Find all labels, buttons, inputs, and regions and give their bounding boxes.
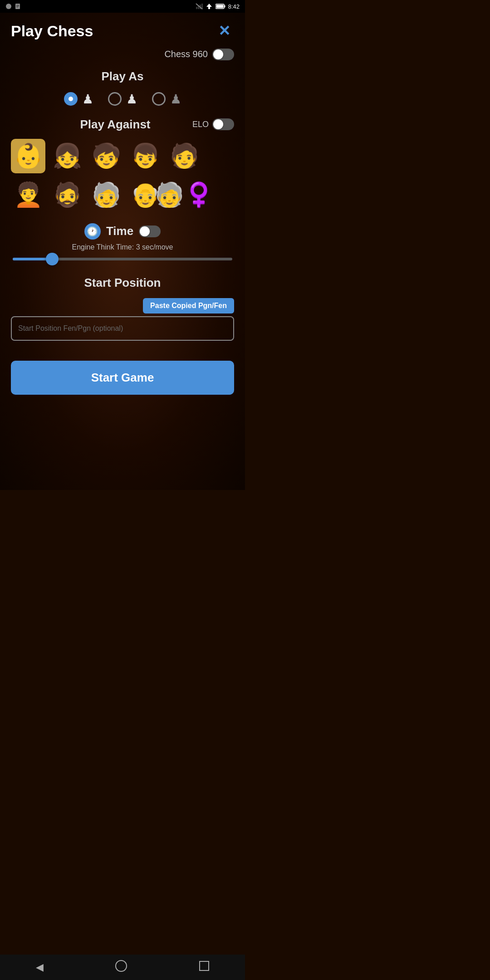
paste-button[interactable]: Paste Copied Pgn/Fen [143, 298, 234, 314]
chess960-label: Chess 960 [164, 49, 208, 59]
elo-toggle-thumb [213, 119, 223, 129]
status-bar-right: 8:42 [196, 3, 240, 10]
slider-thumb[interactable] [46, 253, 59, 265]
opponent-6[interactable]: 🧔 [50, 178, 84, 212]
elo-toggle[interactable] [212, 118, 234, 130]
opponent-grid: 👶 👧 🧒 👦 🧑 🧑‍🦱 🧔 🧓 👴 🧓‍♀️ [11, 139, 234, 212]
svg-point-0 [6, 4, 11, 9]
clock-icon: 🕐 [84, 223, 101, 240]
opponent-9[interactable]: 🧓‍♀️ [167, 178, 201, 212]
play-as-black[interactable]: ♟ [152, 92, 181, 107]
svg-rect-4 [16, 7, 18, 7]
time-display: 8:42 [228, 3, 240, 10]
piece-white: ♟ [82, 92, 93, 107]
elo-label: ELO [192, 120, 209, 129]
header: Play Chess ✕ [0, 13, 245, 45]
play-against-header: Play Against ELO [11, 118, 234, 132]
page-title: Play Chess [11, 22, 93, 40]
fen-input[interactable] [11, 316, 234, 341]
battery-icon [216, 4, 225, 9]
start-position-title: Start Position [11, 276, 234, 290]
svg-rect-9 [201, 4, 203, 9]
doc-icon [15, 3, 21, 10]
opponent-3[interactable]: 👦 [128, 139, 162, 173]
status-bar-left [5, 3, 21, 10]
piece-black: ♟ [170, 92, 181, 107]
paste-btn-row: Paste Copied Pgn/Fen [11, 298, 234, 314]
radio-white[interactable] [64, 92, 78, 106]
opponent-0[interactable]: 👶 [11, 139, 45, 173]
circle-icon [5, 3, 12, 10]
play-as-section: Play As ♟ ♟ ♟ [0, 69, 245, 118]
svg-rect-7 [198, 5, 199, 9]
think-time-label: Engine Think Time: 3 sec/move [11, 243, 234, 251]
slider-track [13, 258, 232, 260]
svg-rect-6 [196, 7, 197, 9]
svg-rect-12 [216, 5, 223, 8]
time-section: 🕐 Time Engine Think Time: 3 sec/move [0, 223, 245, 276]
chess960-toggle-thumb [213, 49, 223, 59]
close-button[interactable]: ✕ [215, 22, 234, 40]
time-header: 🕐 Time [11, 223, 234, 240]
opponent-7[interactable]: 🧓 [89, 178, 123, 212]
status-bar: 8:42 [0, 0, 245, 13]
opponent-5[interactable]: 🧑‍🦱 [11, 178, 45, 212]
time-toggle-thumb [140, 226, 150, 236]
signal-off-icon [196, 3, 203, 10]
start-position-section: Start Position Paste Copied Pgn/Fen [0, 276, 245, 352]
opponent-4[interactable]: 🧑 [167, 139, 201, 173]
play-as-white[interactable]: ♟ [64, 92, 93, 107]
opponent-1[interactable]: 👧 [50, 139, 84, 173]
svg-rect-8 [200, 5, 201, 9]
main-content: Play Chess ✕ Chess 960 Play As ♟ ♟ ♟ [0, 13, 245, 490]
play-against-section: Play Against ELO 👶 👧 🧒 👦 🧑 🧑‍🦱 🧔 🧓 👴 🧓‍♀… [0, 118, 245, 223]
svg-rect-3 [16, 6, 19, 6]
radio-black[interactable] [152, 92, 166, 106]
time-title: Time [106, 224, 133, 238]
piece-random: ♟ [126, 92, 137, 107]
time-toggle[interactable] [139, 225, 161, 237]
chess960-row: Chess 960 [0, 45, 245, 69]
airplane-icon [206, 3, 213, 10]
start-game-button[interactable]: Start Game [11, 361, 234, 395]
start-game-section: Start Game [0, 352, 245, 404]
radio-random[interactable] [108, 92, 122, 106]
play-as-random[interactable]: ♟ [108, 92, 137, 107]
play-against-title: Play Against [38, 118, 192, 132]
slider-container [11, 258, 234, 260]
opponent-2[interactable]: 🧒 [89, 139, 123, 173]
svg-rect-2 [16, 5, 19, 5]
play-as-options: ♟ ♟ ♟ [11, 92, 234, 107]
svg-rect-11 [224, 5, 225, 8]
chess960-toggle[interactable] [212, 49, 234, 60]
play-as-title: Play As [11, 69, 234, 83]
elo-row: ELO [192, 118, 234, 130]
